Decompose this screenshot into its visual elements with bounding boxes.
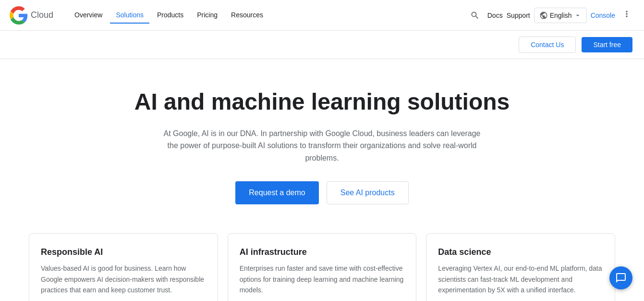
nav-pricing[interactable]: Pricing [191,7,223,24]
nav-links: Overview Solutions Products Pricing Reso… [69,7,466,24]
search-button[interactable] [466,7,484,24]
globe-icon [539,11,548,20]
data-science-card: Data science Leveraging Vertex AI, our e… [426,233,615,301]
ai-infrastructure-card: AI infrastructure Enterprises run faster… [228,233,417,301]
logo[interactable]: Cloud [10,6,53,25]
data-science-title: Data science [438,247,603,257]
console-link[interactable]: Console [591,12,615,19]
more-options-button[interactable] [619,7,634,23]
google-logo-icon [10,6,28,25]
see-ai-products-button[interactable]: See AI products [327,181,409,204]
ai-infrastructure-text: Enterprises run faster and save time wit… [240,263,405,295]
hero-buttons: Request a demo See AI products [116,181,529,204]
hero-subtitle: At Google, AI is in our DNA. In partners… [159,127,486,164]
nav-right: Docs Support English Console [466,7,634,24]
responsible-ai-title: Responsible AI [41,247,206,257]
hero-title: AI and machine learning solutions [116,88,529,116]
support-link[interactable]: Support [507,12,530,19]
nav-solutions[interactable]: Solutions [110,7,149,24]
logo-text: Cloud [31,10,53,20]
sub-nav: Contact Us Start free [0,31,644,59]
more-vert-icon [622,9,632,19]
nav-overview[interactable]: Overview [69,7,108,24]
responsible-ai-text: Values-based AI is good for business. Le… [41,263,206,295]
chevron-down-icon [574,12,582,19]
hero-section: AI and machine learning solutions At Goo… [106,59,538,224]
feature-cards: Responsible AI Values-based AI is good f… [0,224,644,301]
docs-link[interactable]: Docs [487,12,503,19]
responsible-ai-card: Responsible AI Values-based AI is good f… [29,233,218,301]
nav-resources[interactable]: Resources [225,7,269,24]
data-science-text: Leveraging Vertex AI, our end-to-end ML … [438,263,603,295]
request-demo-button[interactable]: Request a demo [235,181,318,204]
start-free-button[interactable]: Start free [582,37,632,52]
chat-icon [615,272,627,284]
chat-support-button[interactable] [609,266,632,289]
main-nav: Cloud Overview Solutions Products Pricin… [0,0,644,31]
ai-infrastructure-title: AI infrastructure [240,247,405,257]
language-label: English [550,12,572,19]
contact-us-button[interactable]: Contact Us [519,37,576,53]
language-selector[interactable]: English [534,8,587,23]
nav-products[interactable]: Products [151,7,189,24]
search-icon [470,11,480,20]
